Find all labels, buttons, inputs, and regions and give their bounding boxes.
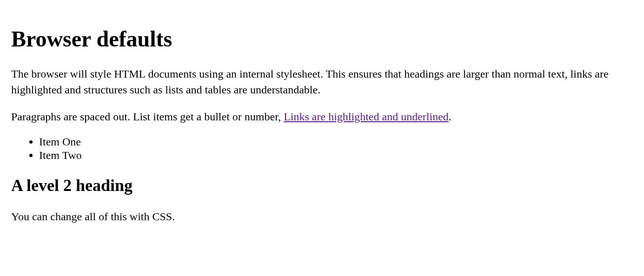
example-list: Item One Item Two: [11, 136, 644, 162]
paragraph-text: Paragraphs are spaced out. List items ge…: [11, 111, 284, 123]
page-title: Browser defaults: [11, 26, 644, 52]
paragraph-suffix: .: [449, 111, 451, 123]
example-link[interactable]: Links are highlighted and underlined: [284, 111, 449, 123]
second-paragraph: Paragraphs are spaced out. List items ge…: [11, 109, 644, 125]
closing-paragraph: You can change all of this with CSS.: [11, 209, 644, 225]
intro-paragraph: The browser will style HTML documents us…: [11, 66, 644, 98]
list-item: Item Two: [39, 149, 644, 162]
subheading: A level 2 heading: [11, 176, 644, 195]
list-item: Item One: [39, 136, 644, 148]
